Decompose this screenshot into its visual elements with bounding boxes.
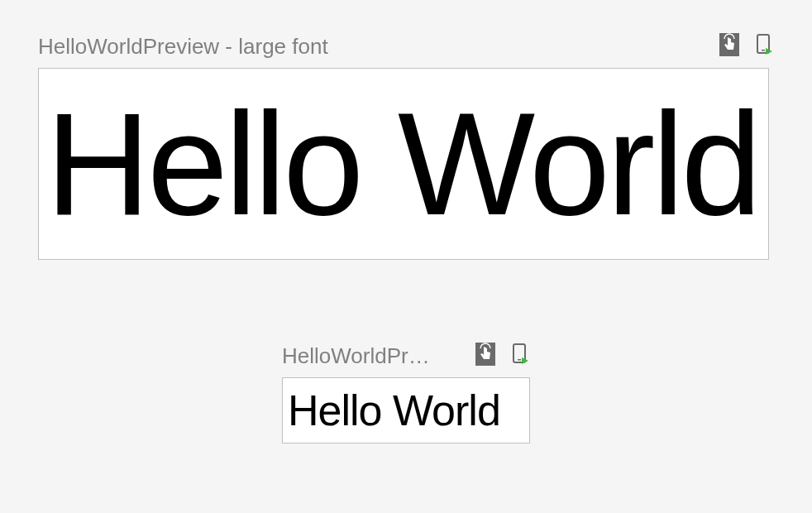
preview-content-small: Hello World xyxy=(288,389,500,432)
preview-title-small: HelloWorldPre... xyxy=(282,343,431,369)
svg-rect-2 xyxy=(762,50,765,51)
deploy-preview-button[interactable] xyxy=(510,343,530,369)
preview-frame-large: Hello World xyxy=(38,68,769,260)
preview-frame-small: Hello World xyxy=(282,377,530,443)
device-run-icon xyxy=(510,343,530,369)
preview-title-large: HelloWorldPreview - large font xyxy=(38,34,328,60)
hand-tap-icon xyxy=(719,33,739,60)
deploy-preview-button[interactable] xyxy=(754,33,774,60)
preview-actions xyxy=(719,33,774,60)
device-run-icon xyxy=(754,33,774,60)
interactive-mode-button[interactable] xyxy=(719,33,739,60)
preview-block-large: HelloWorldPreview - large font xyxy=(38,33,774,260)
svg-rect-5 xyxy=(518,359,521,361)
preview-block-small: HelloWorldPre... xyxy=(38,343,774,443)
preview-content-large: Hello World xyxy=(45,91,758,237)
interactive-mode-button[interactable] xyxy=(475,343,495,369)
preview-actions xyxy=(475,343,530,369)
preview-header: HelloWorldPreview - large font xyxy=(38,33,774,60)
preview-header: HelloWorldPre... xyxy=(282,343,530,369)
hand-tap-icon xyxy=(475,343,495,369)
